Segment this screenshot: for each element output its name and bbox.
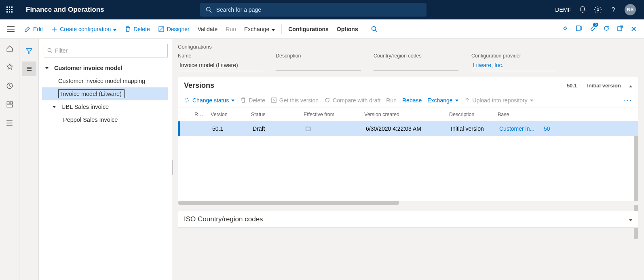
close-icon[interactable]: ✕ [631,25,637,34]
svg-point-20 [372,26,376,30]
grid-row[interactable]: 50.1 Draft 6/30/2020 4:22:03 AM Initial … [178,121,638,136]
more-actions-icon[interactable]: ··· [624,96,632,104]
edit-button[interactable]: Edit [20,23,47,35]
workspace-icon[interactable] [5,100,15,109]
search-input[interactable] [216,6,421,13]
detail-fields: Name Invoice model (Litware) Description… [178,53,638,71]
waffle-icon[interactable] [3,3,16,16]
svg-rect-4 [9,9,10,10]
gear-icon[interactable] [594,6,602,14]
filter-icon[interactable] [22,44,36,58]
top-right-group: DEMF ? NS [555,4,641,15]
tree-node-mapping[interactable]: Customer invoice model mapping [42,74,168,87]
divider [281,24,282,34]
version-run-button: Run [386,97,397,104]
iso-header[interactable]: ISO Country/region codes [178,211,638,227]
chevron-down-icon [455,98,458,102]
configurations-tab[interactable]: Configurations [284,23,333,35]
find-button[interactable] [367,23,382,35]
calendar-icon [305,126,311,132]
global-search[interactable] [200,3,427,17]
col-base[interactable]: Base [494,112,539,117]
share-icon[interactable] [562,25,568,33]
cell-base-link[interactable]: Customer in... [496,125,541,132]
exchange-button[interactable]: Exchange [240,23,279,35]
attachment-icon[interactable]: 0 [589,25,596,33]
download-icon [271,97,277,103]
svg-point-34 [6,125,7,126]
company-code[interactable]: DEMF [555,6,571,13]
trash-icon [240,97,246,103]
main-row: Customer invoice model Customer invoice … [0,39,644,280]
delete-button[interactable]: Delete [120,23,154,35]
version-exchange-button[interactable]: Exchange [427,97,458,104]
modules-icon[interactable] [5,118,15,128]
provider-link[interactable]: Litware, Inc. [471,60,556,71]
get-version-button: Get this version [271,97,319,104]
designer-button[interactable]: Designer [154,23,194,35]
bell-icon[interactable] [579,6,587,14]
refresh-icon[interactable] [603,25,610,33]
col-status[interactable]: Status [248,112,300,117]
designer-icon [158,26,165,32]
col-created[interactable]: Version created [361,112,446,117]
list-icon[interactable] [22,62,36,76]
hamburger-icon[interactable] [4,26,18,32]
rebase-button[interactable]: Rebase [402,97,422,104]
name-label: Name [178,53,263,59]
country-value[interactable] [374,60,458,71]
col-effective[interactable]: Effective from [300,112,361,117]
validate-button[interactable]: Validate [194,23,222,35]
cell-effective[interactable] [302,126,363,132]
splitter-handle[interactable] [172,160,173,175]
pencil-icon [24,26,31,32]
config-tree: Customer invoice model Customer invoice … [42,62,168,126]
horizontal-scrollbar[interactable] [178,201,638,205]
versions-grid: Re... Version Status Effective from Vers… [178,108,638,205]
search-icon [206,6,212,13]
chevron-up-icon[interactable] [629,83,632,89]
name-value[interactable]: Invoice model (Litware) [178,60,263,71]
tree-node-peppol[interactable]: Peppol Sales Invoice [42,113,168,126]
col-description[interactable]: Description [446,112,494,117]
scrollbar-thumb[interactable] [178,201,399,205]
svg-rect-6 [6,11,8,13]
svg-line-39 [51,51,53,53]
home-icon[interactable] [5,44,15,53]
description-value[interactable] [276,60,361,71]
versions-card: Versions 50.1 Initial version Change sta… [178,77,638,205]
favorite-icon[interactable] [5,62,15,72]
tree-node-invoice-litware[interactable]: Invoice model (Litware) [42,87,168,100]
tree-node-ubl[interactable]: UBL Sales invoice [42,100,168,113]
cell-status: Draft [249,125,302,132]
iso-card: ISO Country/region codes [178,211,638,228]
svg-rect-23 [580,27,581,30]
tree-filter-input[interactable] [55,47,164,54]
versions-header[interactable]: Versions 50.1 Initial version [178,77,638,94]
popout-icon[interactable] [617,25,623,33]
svg-rect-7 [9,11,10,13]
user-avatar[interactable]: NS [625,4,636,15]
cmdbar-right: 0 ✕ [562,25,640,34]
upload-icon [464,97,470,103]
provider-label: Configuration provider [471,53,556,59]
col-version[interactable]: Version [207,112,248,117]
svg-line-19 [159,27,164,32]
help-icon[interactable]: ? [609,6,617,14]
chevron-down-icon[interactable] [629,215,632,223]
svg-rect-5 [11,9,13,10]
office-icon[interactable] [576,25,582,33]
svg-rect-22 [576,26,580,31]
tree-filter[interactable] [44,44,168,57]
create-configuration-button[interactable]: Create configuration [47,23,120,35]
grid-header: Re... Version Status Effective from Vers… [178,108,638,121]
change-status-button[interactable]: Change status [184,97,234,104]
recent-icon[interactable] [5,81,15,91]
versions-actions: Change status Delete Get this version Co… [178,94,638,108]
chevron-down-icon [44,67,50,69]
cell-base-num[interactable]: 50 [541,125,561,132]
col-re[interactable]: Re... [191,112,207,117]
options-tab[interactable]: Options [333,23,362,35]
tree-node-root[interactable]: Customer invoice model [42,62,168,74]
svg-point-32 [6,120,7,121]
